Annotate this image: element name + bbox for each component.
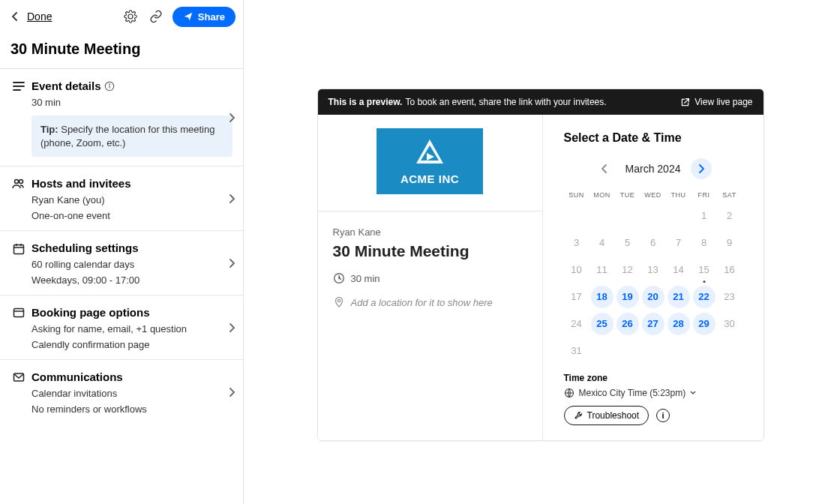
dow-cell: TUE — [615, 191, 640, 199]
timezone-value: Mexico City Time (5:23pm) — [579, 388, 686, 398]
calendar-day[interactable]: 25 — [591, 313, 614, 335]
share-button[interactable]: Share — [172, 7, 236, 27]
chevron-right-icon — [228, 387, 236, 398]
tip-box: Tip: Specify the location for this meeti… — [32, 116, 232, 157]
calendar-icon — [13, 243, 25, 255]
calendar-day: 6 — [642, 232, 664, 254]
dow-cell: MON — [590, 191, 615, 199]
envelope-icon — [13, 372, 25, 382]
preview-location-placeholder: Add a location for it to show here — [351, 297, 493, 308]
section-event-details[interactable]: Event details 30 min Tip: Specify the lo… — [0, 69, 243, 166]
gear-icon — [124, 10, 137, 23]
page-title: 30 Minute Meeting — [0, 33, 243, 68]
calendar-day: 10 — [566, 259, 588, 281]
comms-line1: Calendar invitations — [32, 388, 232, 399]
help-button[interactable]: i — [656, 409, 670, 422]
svg-rect-5 — [14, 245, 24, 254]
troubleshoot-button[interactable]: Troubleshoot — [564, 406, 650, 425]
preview-left: ACME INC Ryan Kane 30 Minute Meeting 30 … — [318, 115, 543, 440]
calendar-day[interactable]: 20 — [642, 286, 664, 308]
wrench-icon — [574, 411, 583, 420]
view-live-link[interactable]: View live page — [680, 97, 752, 107]
preview-duration-row: 30 min — [333, 272, 527, 284]
svg-rect-2 — [109, 86, 110, 88]
calendar-day: 1 — [693, 205, 716, 227]
calendar-day[interactable]: 19 — [616, 286, 639, 308]
logo-icon — [413, 138, 446, 168]
calendar-day[interactable]: 18 — [591, 286, 614, 308]
logo-text: ACME INC — [400, 172, 459, 185]
preview-bar: This is a preview. To book an event, sha… — [318, 89, 764, 115]
calendar-day[interactable]: 26 — [616, 313, 639, 335]
calendar-day: 8 — [693, 232, 716, 254]
calendar-day[interactable]: 21 — [668, 286, 690, 308]
svg-point-4 — [20, 180, 23, 184]
chevron-right-icon — [698, 164, 704, 173]
calendar-day: 13 — [642, 259, 664, 281]
calendar-day: 11 — [591, 259, 614, 281]
dow-cell: WED — [640, 191, 666, 199]
calendar-day: 15 — [693, 259, 716, 281]
settings-button[interactable] — [122, 8, 140, 26]
scheduling-line2: Weekdays, 09:00 - 17:00 — [32, 274, 232, 286]
calendar-day: 3 — [566, 232, 588, 254]
dow-cell: FRI — [692, 191, 717, 199]
share-label: Share — [198, 11, 225, 22]
chevron-left-icon — [11, 12, 19, 21]
done-link[interactable]: Done — [27, 10, 52, 22]
next-month-button[interactable] — [691, 158, 712, 179]
chevron-right-icon — [228, 194, 236, 204]
copy-link-button[interactable] — [147, 8, 165, 26]
preview-right: Select a Date & Time March 2024 SUNMONTU… — [543, 115, 764, 440]
section-booking[interactable]: Booking page options Asking for name, em… — [0, 296, 243, 360]
chevron-right-icon — [228, 112, 236, 123]
comms-line2: No reminders or workflows — [32, 404, 232, 415]
troubleshoot-label: Troubleshoot — [587, 410, 640, 421]
preview-location-row: Add a location for it to show here — [333, 296, 527, 308]
editor-panel: Done Share 30 Minute Meeting Event detai… — [0, 0, 244, 504]
svg-point-1 — [109, 83, 110, 85]
preview-area: This is a preview. To book an event, sha… — [244, 0, 837, 504]
dow-cell: SAT — [717, 191, 742, 199]
calendar-day: 24 — [566, 313, 588, 335]
prev-month-button[interactable] — [594, 158, 615, 179]
timezone-selector[interactable]: Mexico City Time (5:23pm) — [564, 388, 742, 398]
calendar-day[interactable]: 27 — [642, 313, 664, 335]
svg-rect-6 — [14, 309, 24, 317]
chevron-left-icon — [602, 164, 608, 173]
chevron-right-icon — [228, 258, 236, 268]
month-nav: March 2024 — [564, 158, 742, 179]
company-logo: ACME INC — [376, 128, 483, 194]
clock-icon — [333, 272, 345, 284]
preview-bar-text: To book an event, share the link with yo… — [405, 97, 606, 107]
month-label: March 2024 — [626, 163, 681, 175]
svg-point-3 — [15, 180, 19, 184]
view-live-label: View live page — [694, 97, 752, 107]
external-link-icon — [680, 98, 690, 107]
hosts-line2: One-on-one event — [32, 210, 232, 221]
event-duration: 30 min — [32, 97, 232, 108]
section-title-text: Hosts and invitees — [32, 177, 131, 190]
scheduling-line1: 60 rolling calendar days — [32, 259, 232, 270]
section-title-text: Booking page options — [32, 306, 150, 319]
calendar-day[interactable]: 29 — [693, 313, 716, 335]
calendar-day[interactable]: 22 — [693, 286, 716, 308]
calendar-day: 30 — [718, 313, 741, 335]
calendar-day[interactable]: 28 — [668, 313, 690, 335]
calendar-day: 31 — [566, 340, 588, 362]
back-button[interactable] — [8, 9, 22, 24]
booking-line1: Asking for name, email, +1 question — [32, 323, 232, 334]
section-scheduling[interactable]: Scheduling settings 60 rolling calendar … — [0, 231, 243, 296]
globe-icon — [564, 388, 574, 398]
select-date-heading: Select a Date & Time — [564, 131, 742, 145]
topbar: Done Share — [0, 0, 243, 33]
hosts-line1: Ryan Kane (you) — [32, 194, 232, 206]
section-communications[interactable]: Communications Calendar invitations No r… — [0, 360, 243, 424]
share-icon — [183, 11, 194, 22]
calendar-day: 16 — [718, 259, 741, 281]
section-title-text: Event details — [32, 80, 101, 92]
section-hosts[interactable]: Hosts and invitees Ryan Kane (you) One-o… — [0, 166, 243, 231]
link-icon — [149, 10, 163, 23]
location-icon — [333, 296, 345, 308]
preview-card: This is a preview. To book an event, sha… — [317, 88, 764, 441]
